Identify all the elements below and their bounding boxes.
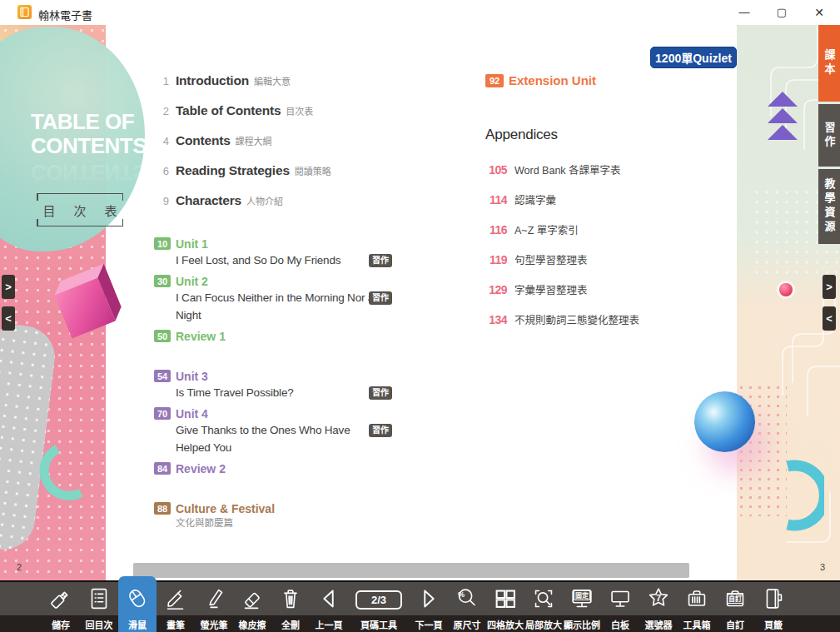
appendix-entry: 116 A~Z 單字索引 bbox=[485, 221, 735, 237]
display-ratio-button[interactable]: 固定 顯示比例 bbox=[563, 582, 601, 632]
star-icon: 7 bbox=[639, 582, 678, 615]
nav-back-left-button[interactable]: < bbox=[2, 306, 15, 331]
unit-title: Unit 4 bbox=[176, 406, 414, 421]
unit-subtitle-zh: 文化與節慶篇 bbox=[176, 516, 414, 530]
toc-entry: 4 Contents 課程大綱 bbox=[154, 133, 414, 152]
tab-workbook[interactable]: 習作 bbox=[818, 104, 840, 167]
toc-title: Reading Strategies bbox=[176, 163, 290, 178]
delete-all-button[interactable]: 全刪 bbox=[271, 582, 310, 632]
toc-list-icon bbox=[80, 582, 118, 615]
toc-art-title: TABLE OF CONTENTS bbox=[31, 110, 147, 158]
partial-zoom-button[interactable]: 局部放大 bbox=[524, 582, 563, 632]
appendix-entry: 119 句型學習整理表 bbox=[485, 251, 735, 267]
four-grid-zoom-button[interactable]: 四格放大 bbox=[486, 582, 524, 632]
maximize-button[interactable]: ▢ bbox=[767, 0, 797, 25]
workbook-badge[interactable]: 習作 bbox=[369, 386, 392, 400]
tab-teaching-resources[interactable]: 教學資源 bbox=[818, 169, 840, 244]
workbook-badge[interactable]: 習作 bbox=[369, 254, 392, 267]
blue-sphere-decoration bbox=[694, 391, 755, 452]
page-tabs-button[interactable]: 頁籤 bbox=[754, 582, 793, 632]
right-page-number: 3 bbox=[820, 562, 825, 572]
unit-description: I Feel Lost, and So Do My Friends bbox=[176, 251, 384, 269]
appendix-title: 字彙學習整理表 bbox=[514, 281, 588, 297]
eraser-tool-button[interactable]: 橡皮擦 bbox=[233, 582, 271, 632]
appendix-page-number: 134 bbox=[485, 313, 507, 326]
left-page-number: 2 bbox=[17, 562, 22, 572]
toc-subtitle: 目次表 bbox=[286, 104, 313, 117]
workbook-badge[interactable]: 習作 bbox=[369, 424, 392, 437]
nav-forward-right-button[interactable]: > bbox=[823, 275, 836, 299]
usb-save-icon bbox=[42, 582, 80, 615]
save-button[interactable]: 儲存 bbox=[42, 582, 80, 632]
close-button[interactable]: ✕ bbox=[804, 0, 834, 25]
mouse-tool-button[interactable]: 滑鼠 bbox=[118, 576, 157, 632]
nav-forward-left-button[interactable]: > bbox=[2, 275, 15, 299]
toc-subtitle: 課程大綱 bbox=[236, 134, 272, 147]
number-picker-button[interactable]: 7 選號器 bbox=[639, 582, 678, 632]
custom-button[interactable]: 自訂 自訂 bbox=[716, 582, 754, 632]
toc-review-entry: 84 Review 2 bbox=[154, 461, 414, 478]
pen-tool-button[interactable]: 畫筆 bbox=[157, 582, 195, 632]
minimize-button[interactable]: — bbox=[729, 0, 759, 25]
appendices-list: 105 Word Bank 各課單字表 114 認識字彙 116 A~Z 單字索… bbox=[485, 162, 735, 327]
unit-page-badge: 50 bbox=[154, 330, 171, 342]
toc-art-title-line2: CONTENTS bbox=[31, 134, 147, 158]
back-to-toc-button[interactable]: 回目次 bbox=[80, 582, 118, 632]
toc-page-number: 9 bbox=[154, 195, 169, 207]
previous-page-button[interactable]: 上一頁 bbox=[310, 582, 348, 632]
toc-entry: 1 Introduction 編輯大意 bbox=[154, 73, 414, 92]
whiteboard-icon bbox=[601, 582, 639, 615]
unit-title: Unit 3 bbox=[176, 369, 414, 384]
tab-textbook[interactable]: 課本 bbox=[818, 25, 840, 102]
next-page-button[interactable]: 下一頁 bbox=[410, 582, 448, 632]
appendix-title: 認識字彙 bbox=[514, 192, 556, 207]
purple-triangles-decoration bbox=[766, 92, 799, 143]
unit-description: I Can Focus Neither in the Morning Nor a… bbox=[176, 289, 384, 324]
page-tab-icon bbox=[754, 582, 793, 615]
toolbox-button[interactable]: 工具箱 bbox=[678, 582, 716, 632]
trash-icon bbox=[271, 582, 310, 615]
appendix-page-number: 129 bbox=[485, 283, 507, 296]
appendix-entry: 134 不規則動詞三態變化整理表 bbox=[485, 311, 735, 327]
toc-subtitle: 人物介紹 bbox=[246, 194, 283, 207]
appendix-title: 不規則動詞三態變化整理表 bbox=[514, 311, 639, 327]
workbook-badge[interactable]: 習作 bbox=[369, 291, 392, 305]
unit-title: Unit 1 bbox=[176, 236, 414, 251]
toc-unit-entry: 70 Unit 4 Give Thanks to the Ones Who Ha… bbox=[154, 406, 414, 456]
toc-left-column: 1 Introduction 編輯大意 2 Table of Contents … bbox=[154, 73, 414, 535]
zoom-percent-icon: % bbox=[448, 582, 486, 615]
toc-entry: 2 Table of Contents 目次表 bbox=[154, 103, 414, 122]
window-title: 翰林電子書 bbox=[38, 7, 92, 22]
toolbox-icon bbox=[678, 582, 716, 615]
toc-entry: 6 Reading Strategies 閱讀策略 bbox=[154, 163, 414, 182]
toc-unit-entry: 30 Unit 2 I Can Focus Neither in the Mor… bbox=[154, 274, 414, 324]
highlighter-tool-button[interactable]: 螢光筆 bbox=[195, 582, 233, 632]
quizlet-button[interactable]: 1200單Quizlet bbox=[650, 47, 737, 68]
original-size-button[interactable]: % 原尺寸 bbox=[448, 582, 486, 632]
unit-page-badge: 70 bbox=[154, 407, 171, 420]
whiteboard-button[interactable]: 白板 bbox=[601, 582, 639, 632]
toc-entry: 9 Characters 人物介紹 bbox=[154, 193, 414, 211]
teal-ring-decoration bbox=[781, 458, 824, 533]
toc-page-number: 1 bbox=[154, 75, 169, 87]
page-number-tool[interactable]: 2/3 頁碼工具 bbox=[348, 582, 410, 632]
toc-art-title-line1: TABLE OF bbox=[31, 110, 147, 134]
page-number-box-icon: 2/3 bbox=[348, 582, 410, 615]
unit-page-badge: 88 bbox=[154, 502, 171, 515]
toc-right-column: 92 Extension Unit Appendices 105 Word Ba… bbox=[485, 73, 735, 341]
pencil-icon bbox=[157, 582, 195, 615]
toc-title: Introduction bbox=[176, 73, 249, 88]
spacer bbox=[154, 351, 414, 369]
nav-back-right-button[interactable]: < bbox=[823, 306, 836, 331]
page-indicator[interactable]: 2/3 bbox=[355, 590, 402, 610]
bottom-toolbar: 儲存 回目次 滑鼠 bbox=[0, 580, 840, 632]
unit-title: Unit 2 bbox=[176, 274, 414, 289]
unit-title: Review 1 bbox=[176, 329, 414, 344]
mouse-icon bbox=[118, 582, 157, 615]
extension-page-badge: 92 bbox=[485, 74, 504, 87]
unit-page-badge: 30 bbox=[154, 275, 171, 287]
horizontal-scrollbar[interactable] bbox=[133, 563, 689, 578]
toc-unit-entry: 10 Unit 1 I Feel Lost, and So Do My Frie… bbox=[154, 236, 414, 269]
appendix-page-number: 114 bbox=[485, 193, 507, 207]
toc-page-number: 2 bbox=[154, 105, 169, 117]
